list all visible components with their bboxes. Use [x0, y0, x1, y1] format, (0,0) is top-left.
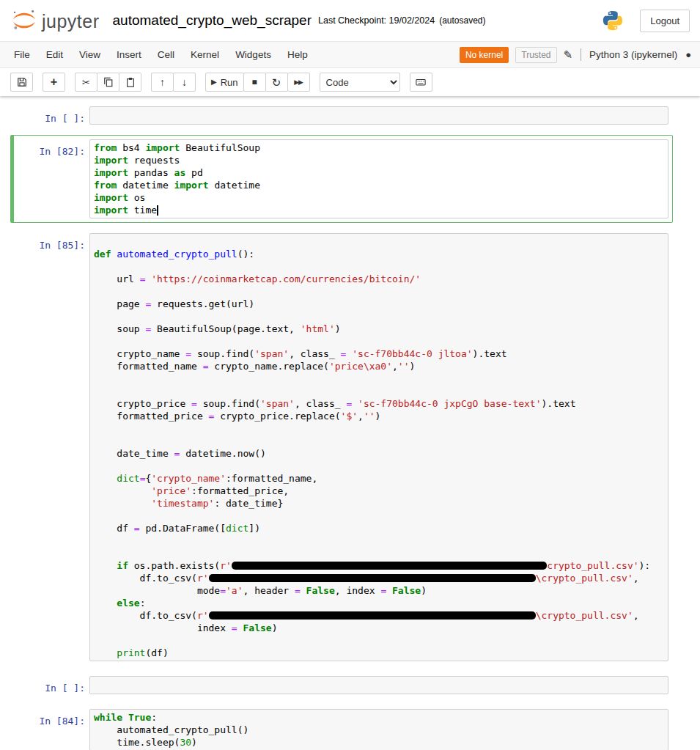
jupyter-logo[interactable]: jupyter [10, 7, 100, 34]
vertical-separator [581, 48, 581, 61]
code-line: time.sleep(30) [94, 736, 664, 749]
menu-cell[interactable]: Cell [150, 45, 183, 65]
menu-file[interactable]: File [6, 45, 38, 65]
redacted-path [209, 574, 536, 582]
arrow-up-icon: ↑ [160, 77, 165, 87]
run-button[interactable]: ▶ Run [205, 73, 244, 92]
code-cell[interactable]: In [ ]: [10, 102, 673, 129]
move-cell-up-button[interactable]: ↑ [151, 73, 174, 92]
notebook-title[interactable]: automated_crypto_web_scraper [113, 12, 312, 29]
code-line [94, 285, 664, 298]
code-line: index = False) [94, 622, 664, 634]
move-cell-down-button[interactable]: ↓ [173, 73, 196, 92]
add-cell-button[interactable]: + [43, 73, 65, 92]
scissors-icon: ✂ [82, 78, 90, 87]
fast-forward-icon: ▶▶ [294, 79, 303, 86]
trusted-badge[interactable]: Trusted [515, 47, 556, 63]
python-logo-icon [602, 10, 624, 32]
edit-mode-pencil-icon: ✎ [564, 48, 573, 62]
cell-editor[interactable] [89, 106, 668, 125]
code-line: if os.path.exists(r'crypto_pull.csv'): [94, 559, 664, 572]
menu-view[interactable]: View [71, 45, 108, 65]
logout-button[interactable]: Logout [640, 10, 690, 32]
menubar: File Edit View Insert Cell Kernel Widget… [0, 41, 700, 68]
code-cell[interactable]: In [ ]: [10, 672, 673, 699]
code-line: else: [94, 597, 664, 609]
cell-type-select[interactable]: Code [320, 73, 400, 92]
autosave-status: (autosaved) [439, 15, 485, 26]
code-line [94, 310, 664, 323]
command-palette-button[interactable] [410, 73, 432, 92]
code-line [94, 335, 664, 348]
code-line: dict={'crypto_name':formatted_name, [94, 472, 664, 485]
cell-prompt: In [82]: [18, 139, 89, 218]
jupyter-logo-icon [10, 7, 38, 34]
interrupt-kernel-button[interactable]: ■ [243, 73, 266, 92]
code-line: from bs4 import BeautifulSoup [94, 141, 664, 154]
code-line: import os [94, 191, 664, 204]
jupyter-logo-text: jupyter [42, 12, 100, 34]
copy-cell-button[interactable] [97, 73, 119, 92]
code-line: date_time = datetime.now() [94, 447, 664, 460]
menu-edit[interactable]: Edit [38, 45, 71, 65]
redacted-path [209, 611, 536, 620]
code-line: mode='a', header = False, index = False) [94, 584, 664, 597]
paste-icon [125, 77, 136, 87]
code-line: df.to_csv(r'\crypto_pull.csv', [94, 572, 664, 584]
menu-widgets[interactable]: Widgets [227, 45, 279, 65]
code-line: formatted_name = crypto_name.replace('pr… [94, 360, 664, 372]
code-line [94, 460, 664, 472]
code-line: df.to_csv(r'\crypto_pull.csv', [94, 609, 664, 622]
stop-icon: ■ [251, 78, 257, 87]
header-right: Logout [602, 10, 690, 32]
cell-editor[interactable] [89, 676, 668, 694]
code-line [94, 235, 664, 248]
code-line: df = pd.DataFrame([dict]) [94, 522, 664, 534]
app-header: jupyter automated_crypto_web_scraper Las… [0, 0, 700, 96]
header-top: jupyter automated_crypto_web_scraper Las… [0, 0, 700, 41]
restart-kernel-button[interactable]: ↻ [265, 73, 288, 92]
menu-kernel[interactable]: Kernel [183, 45, 227, 65]
code-line [94, 678, 664, 691]
menu-help[interactable]: Help [279, 45, 316, 65]
paste-cell-button[interactable] [119, 73, 141, 92]
cell-prompt: In [85]: [18, 233, 89, 661]
cell-prompt: In [84]: [18, 709, 89, 750]
code-line: import pandas as pd [94, 166, 664, 179]
code-cell[interactable]: In [82]:from bs4 import BeautifulSoupimp… [10, 135, 673, 223]
kernel-status-badge: No kernel [460, 47, 509, 63]
kernel-status-icon: ● [685, 49, 691, 60]
restart-run-all-button[interactable]: ▶▶ [287, 73, 310, 92]
cell-editor[interactable]: while True: automated_crypto_pull() time… [89, 709, 668, 750]
text-cursor [157, 205, 158, 216]
keyboard-icon [416, 77, 426, 87]
code-line [94, 385, 664, 397]
code-cell[interactable]: In [85]:def automated_crypto_pull(): url… [10, 229, 673, 666]
redacted-path [232, 562, 547, 570]
code-line: soup = BeautifulSoup(page.text, 'html') [94, 323, 664, 335]
code-line: def automated_crypto_pull(): [94, 248, 664, 260]
restart-icon: ↻ [272, 77, 281, 88]
cut-cell-button[interactable]: ✂ [75, 73, 97, 92]
code-line [94, 260, 664, 273]
code-cell[interactable]: In [84]:while True: automated_crypto_pul… [10, 705, 673, 750]
plus-icon: + [51, 76, 57, 88]
code-line: crypto_price = soup.find('span', class_ … [94, 397, 664, 410]
code-line: print(df) [94, 647, 664, 659]
notebook-cells: In [ ]:In [82]:from bs4 import Beautiful… [0, 96, 700, 750]
code-line: from datetime import datetime [94, 179, 664, 191]
arrow-down-icon: ↓ [182, 77, 187, 87]
code-line: url = 'https://coinmarketcap.com/currenc… [94, 273, 664, 285]
code-line: page = requests.get(url) [94, 298, 664, 310]
cell-prompt: In [ ]: [18, 106, 89, 125]
run-label: Run [221, 77, 238, 88]
code-line [94, 372, 664, 385]
menu-insert[interactable]: Insert [108, 45, 150, 65]
code-line: import time [94, 204, 664, 216]
save-button[interactable] [10, 73, 33, 92]
cell-editor[interactable]: def automated_crypto_pull(): url = 'http… [89, 233, 668, 661]
notebook-toolbar: + ✂ ↑ ↓ ▶ Run [0, 68, 700, 96]
code-line [94, 510, 664, 522]
code-line: 'timestamp': date_time} [94, 497, 664, 510]
cell-editor[interactable]: from bs4 import BeautifulSoupimport requ… [89, 139, 668, 218]
